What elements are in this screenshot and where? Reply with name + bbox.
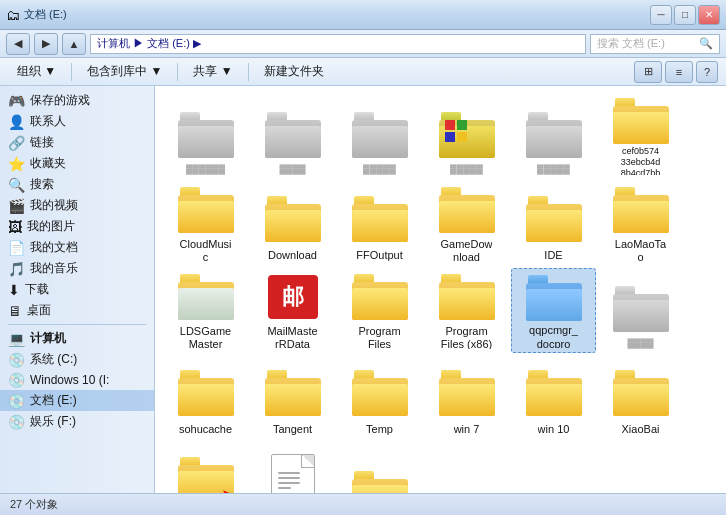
music-icon: 🎵	[8, 261, 25, 277]
file-name: LDSGameMaster	[180, 325, 231, 349]
list-item[interactable]: ▓▓▓▓	[250, 94, 335, 179]
list-item[interactable]: CloudMusic	[163, 181, 248, 266]
sidebar-label-computer: 计算机	[30, 330, 66, 347]
sidebar-label-music: 我的音乐	[30, 260, 78, 277]
list-item[interactable]: FFOutput	[337, 181, 422, 266]
list-item[interactable]: qqpcmgr_docpro	[511, 268, 596, 353]
list-item[interactable]: ▓▓▓▓▓▓	[163, 94, 248, 179]
share-button[interactable]: 共享 ▼	[184, 61, 241, 83]
back-button[interactable]: ◀	[6, 33, 30, 55]
title-bar: 🗂 文档 (E:) ─ □ ✕	[0, 0, 726, 30]
folder-icon-container	[350, 366, 410, 421]
address-bar: ◀ ▶ ▲ 计算机 ▶ 文档 (E:) ▶ 搜索 文档 (E:) 🔍	[0, 30, 726, 58]
up-button[interactable]: ▲	[62, 33, 86, 55]
sidebar-item-downloads[interactable]: ⬇ 下载	[0, 279, 154, 300]
drive-f-icon: 💿	[8, 414, 25, 430]
saved-games-icon: 🎮	[8, 93, 25, 109]
sidebar-item-documents[interactable]: 📄 我的文档	[0, 237, 154, 258]
sidebar-item-music[interactable]: 🎵 我的音乐	[0, 258, 154, 279]
red-arrow-indicator: ➤	[221, 485, 241, 493]
sidebar-label-desktop: 桌面	[27, 302, 51, 319]
sidebar-item-contacts[interactable]: 👤 联系人	[0, 111, 154, 132]
close-button[interactable]: ✕	[698, 5, 720, 25]
sidebar-item-drive-f[interactable]: 💿 娱乐 (F:)	[0, 411, 154, 432]
list-item[interactable]: Tangent	[250, 355, 335, 440]
list-item[interactable]: LDSGameMaster	[163, 268, 248, 353]
list-item[interactable]: GameDownload	[424, 181, 509, 266]
folder-icon-container	[437, 272, 497, 323]
view-details-button[interactable]: ≡	[665, 61, 693, 83]
file-area: ▓▓▓▓▓▓ ▓▓▓▓	[155, 86, 726, 493]
file-name: FFOutput	[356, 249, 402, 262]
sidebar-item-search[interactable]: 🔍 搜索	[0, 174, 154, 195]
sidebar-item-links[interactable]: 🔗 链接	[0, 132, 154, 153]
file-name: ProgramFiles (x86)	[441, 325, 492, 349]
file-name: ▓▓▓▓▓	[450, 164, 483, 175]
list-item[interactable]: XiaoBai	[598, 355, 683, 440]
list-item[interactable]: win 7	[424, 355, 509, 440]
include-library-button[interactable]: 包含到库中 ▼	[78, 61, 171, 83]
list-item[interactable]: ProgramFiles (x86)	[424, 268, 509, 353]
sidebar-item-drive-e[interactable]: 💿 文档 (E:)	[0, 390, 154, 411]
list-item[interactable]	[337, 442, 422, 493]
sidebar-label-drive-i: Windows 10 (I:	[30, 373, 109, 387]
list-item[interactable]: ▓▓▓▓▓	[337, 94, 422, 179]
sidebar-item-desktop[interactable]: 🖥 桌面	[0, 300, 154, 321]
list-item[interactable]: sohucache	[163, 355, 248, 440]
file-name: IDE	[544, 249, 562, 262]
mail-icon-container: 邮	[263, 272, 323, 323]
minimize-button[interactable]: ─	[650, 5, 672, 25]
help-button[interactable]: ?	[696, 61, 718, 83]
file-name: win 10	[538, 423, 570, 436]
sidebar-item-computer[interactable]: 💻 计算机	[0, 328, 154, 349]
sidebar-label-favorites: 收藏夹	[30, 155, 66, 172]
list-item[interactable]: Temp	[337, 355, 422, 440]
maximize-button[interactable]: □	[674, 5, 696, 25]
sidebar-label-search: 搜索	[30, 176, 54, 193]
list-item[interactable]: Download	[250, 181, 335, 266]
list-item[interactable]: 邮 MailMasterRData	[250, 268, 335, 353]
sidebar-item-videos[interactable]: 🎬 我的视频	[0, 195, 154, 216]
file-name: Tangent	[273, 423, 312, 436]
list-item[interactable]: ▓▓▓▓▓	[511, 94, 596, 179]
list-item[interactable]: 新建文件夹	[250, 442, 335, 493]
list-item[interactable]: IDE	[511, 181, 596, 266]
view-toggle-button[interactable]: ⊞	[634, 61, 662, 83]
list-item[interactable]: win 10	[511, 355, 596, 440]
list-item[interactable]: cef0b57433ebcb4d8b4cd7bbe24d006	[598, 94, 683, 179]
folder-icon-container	[611, 366, 671, 421]
list-item[interactable]: ▓▓▓▓	[598, 268, 683, 353]
path-text: 计算机 ▶ 文档 (E:) ▶	[97, 36, 201, 51]
sidebar-item-favorites[interactable]: ⭐ 收藏夹	[0, 153, 154, 174]
new-folder-button[interactable]: 新建文件夹	[255, 61, 333, 83]
file-name: XiaoBai	[622, 423, 660, 436]
list-item[interactable]: LaoMaoTao	[598, 181, 683, 266]
sidebar-item-pictures[interactable]: 🖼 我的图片	[0, 216, 154, 237]
drive-c-icon: 💿	[8, 352, 25, 368]
toolbar-separator-1	[71, 63, 72, 81]
toolbar: 组织 ▼ 包含到库中 ▼ 共享 ▼ 新建文件夹 ⊞ ≡ ?	[0, 58, 726, 86]
file-name: CloudMusic	[180, 238, 232, 262]
search-box[interactable]: 搜索 文档 (E:) 🔍	[590, 34, 720, 54]
sidebar-item-drive-c[interactable]: 💿 系统 (C:)	[0, 349, 154, 370]
forward-button[interactable]: ▶	[34, 33, 58, 55]
file-grid: ▓▓▓▓▓▓ ▓▓▓▓	[163, 94, 718, 493]
list-item[interactable]: ➤ 记工	[163, 442, 248, 493]
file-name: ▓▓▓▓▓	[537, 164, 570, 175]
list-item[interactable]: ▓▓▓▓▓	[424, 94, 509, 179]
folder-icon-container	[611, 185, 671, 236]
sidebar-label-downloads: 下载	[25, 281, 49, 298]
mail-icon: 邮	[268, 275, 318, 319]
sidebar-label-links: 链接	[30, 134, 54, 151]
sidebar-item-saved-games[interactable]: 🎮 保存的游戏	[0, 90, 154, 111]
list-item[interactable]: ProgramFiles	[337, 268, 422, 353]
address-path[interactable]: 计算机 ▶ 文档 (E:) ▶	[90, 34, 586, 54]
folder-icon-container: ➤	[176, 453, 236, 493]
organize-button[interactable]: 组织 ▼	[8, 61, 65, 83]
window-title: 文档 (E:)	[24, 7, 67, 22]
sidebar-item-drive-i[interactable]: 💿 Windows 10 (I:	[0, 370, 154, 390]
folder-icon-container	[263, 192, 323, 247]
sidebar: 🎮 保存的游戏 👤 联系人 🔗 链接 ⭐ 收藏夹 🔍 搜索 🎬 我的视频 🖼 我…	[0, 86, 155, 493]
folder-icon-container	[350, 272, 410, 323]
file-name: win 7	[454, 423, 480, 436]
